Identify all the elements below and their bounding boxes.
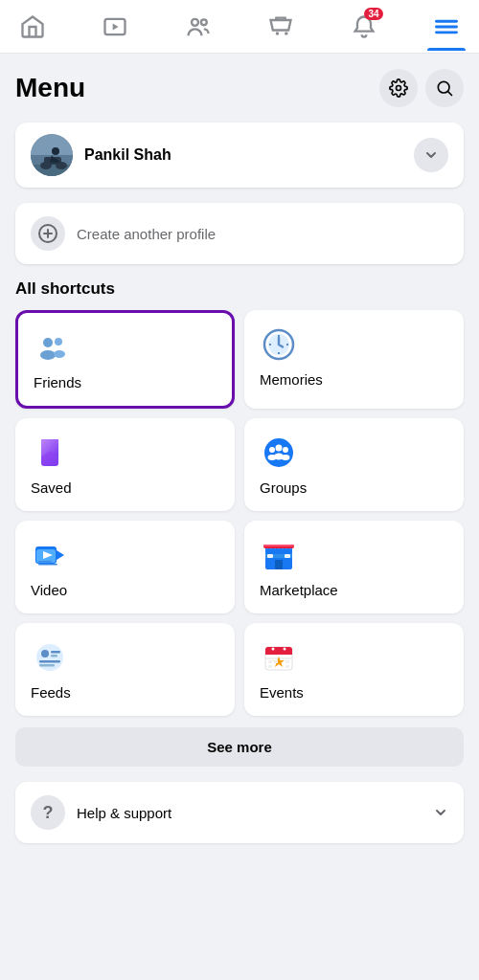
help-icon: ? bbox=[31, 795, 65, 830]
settings-button[interactable] bbox=[379, 69, 418, 107]
create-profile-button[interactable]: Create another profile bbox=[15, 203, 464, 264]
svg-rect-40 bbox=[38, 564, 57, 566]
nav-notifications[interactable]: 34 bbox=[341, 4, 387, 50]
page-title: Menu bbox=[15, 73, 85, 103]
help-chevron-icon bbox=[433, 805, 448, 820]
notification-badge: 34 bbox=[364, 8, 382, 20]
svg-point-4 bbox=[285, 32, 288, 35]
video-icon bbox=[31, 536, 69, 574]
svg-point-29 bbox=[264, 438, 293, 467]
video-label: Video bbox=[31, 582, 219, 598]
svg-point-34 bbox=[276, 445, 283, 452]
page-content: Menu bbox=[0, 54, 479, 858]
svg-point-8 bbox=[397, 86, 401, 91]
marketplace-label: Marketplace bbox=[260, 582, 448, 598]
marketplace-icon bbox=[260, 536, 298, 574]
shortcuts-section-label: All shortcuts bbox=[15, 279, 464, 299]
svg-rect-49 bbox=[263, 545, 294, 546]
shortcut-groups[interactable]: Groups bbox=[244, 418, 464, 511]
svg-rect-44 bbox=[275, 560, 283, 569]
avatar-image bbox=[31, 134, 73, 176]
shortcuts-grid: Friends Memories bbox=[15, 310, 464, 716]
friends-icon bbox=[34, 328, 72, 367]
shortcut-friends[interactable]: Friends bbox=[15, 310, 235, 409]
plus-icon bbox=[31, 216, 65, 251]
svg-rect-64 bbox=[274, 660, 278, 663]
shortcut-memories[interactable]: Memories bbox=[244, 310, 464, 409]
feeds-label: Feeds bbox=[31, 684, 219, 701]
page-header: Menu bbox=[15, 69, 464, 107]
help-support-section[interactable]: ? Help & support bbox=[15, 782, 464, 843]
saved-label: Saved bbox=[31, 479, 219, 496]
svg-point-32 bbox=[283, 447, 288, 453]
svg-rect-66 bbox=[268, 665, 272, 668]
svg-rect-58 bbox=[265, 652, 292, 655]
groups-icon bbox=[260, 434, 298, 472]
top-navigation: 34 bbox=[0, 0, 479, 54]
svg-point-50 bbox=[36, 644, 63, 671]
svg-point-30 bbox=[269, 447, 275, 453]
svg-point-18 bbox=[43, 338, 53, 347]
svg-marker-38 bbox=[57, 550, 64, 560]
svg-rect-41 bbox=[38, 561, 52, 563]
memories-icon bbox=[260, 325, 298, 364]
profile-card[interactable]: Pankil Shah bbox=[15, 122, 464, 188]
svg-point-19 bbox=[55, 338, 62, 345]
nav-marketplace[interactable] bbox=[258, 4, 304, 50]
see-more-button[interactable]: See more bbox=[15, 727, 464, 767]
chevron-down-icon bbox=[423, 147, 439, 163]
svg-point-2 bbox=[201, 19, 207, 25]
svg-rect-65 bbox=[285, 660, 289, 663]
shortcut-feeds[interactable]: Feeds bbox=[15, 623, 235, 716]
feeds-icon bbox=[31, 638, 69, 677]
svg-point-1 bbox=[192, 18, 198, 25]
gear-icon bbox=[389, 78, 408, 98]
svg-point-62 bbox=[284, 648, 286, 651]
svg-point-3 bbox=[276, 32, 280, 35]
svg-rect-45 bbox=[267, 554, 273, 558]
groups-label: Groups bbox=[260, 479, 448, 496]
search-button[interactable] bbox=[425, 69, 464, 107]
search-icon bbox=[435, 78, 454, 98]
svg-point-21 bbox=[54, 350, 65, 358]
friends-label: Friends bbox=[34, 374, 217, 390]
nav-watch[interactable] bbox=[92, 4, 138, 50]
nav-friends[interactable] bbox=[175, 4, 221, 50]
svg-point-20 bbox=[40, 350, 56, 360]
help-label: Help & support bbox=[77, 805, 171, 821]
profile-name: Pankil Shah bbox=[84, 146, 171, 164]
svg-rect-46 bbox=[285, 554, 290, 558]
svg-rect-55 bbox=[39, 664, 55, 667]
events-icon bbox=[260, 638, 298, 677]
svg-rect-67 bbox=[285, 665, 289, 668]
profile-expand-button[interactable] bbox=[414, 138, 448, 172]
nav-home[interactable] bbox=[10, 4, 56, 50]
svg-point-16 bbox=[52, 147, 59, 155]
svg-rect-52 bbox=[51, 651, 60, 654]
saved-icon bbox=[31, 434, 69, 472]
avatar bbox=[31, 134, 73, 176]
shortcut-marketplace[interactable]: Marketplace bbox=[244, 521, 464, 613]
svg-point-35 bbox=[274, 454, 284, 460]
shortcut-saved[interactable]: Saved bbox=[15, 418, 235, 511]
svg-point-51 bbox=[41, 650, 49, 657]
svg-point-61 bbox=[272, 648, 275, 651]
svg-point-9 bbox=[438, 81, 449, 93]
memories-label: Memories bbox=[260, 371, 448, 388]
svg-rect-54 bbox=[39, 660, 60, 663]
header-actions bbox=[379, 69, 464, 107]
create-profile-label: Create another profile bbox=[77, 226, 216, 242]
nav-menu[interactable] bbox=[423, 4, 469, 50]
svg-rect-53 bbox=[51, 655, 57, 657]
events-label: Events bbox=[260, 684, 448, 701]
svg-rect-63 bbox=[268, 660, 272, 663]
shortcut-video[interactable]: Video bbox=[15, 521, 235, 613]
shortcut-events[interactable]: Events bbox=[244, 623, 464, 716]
